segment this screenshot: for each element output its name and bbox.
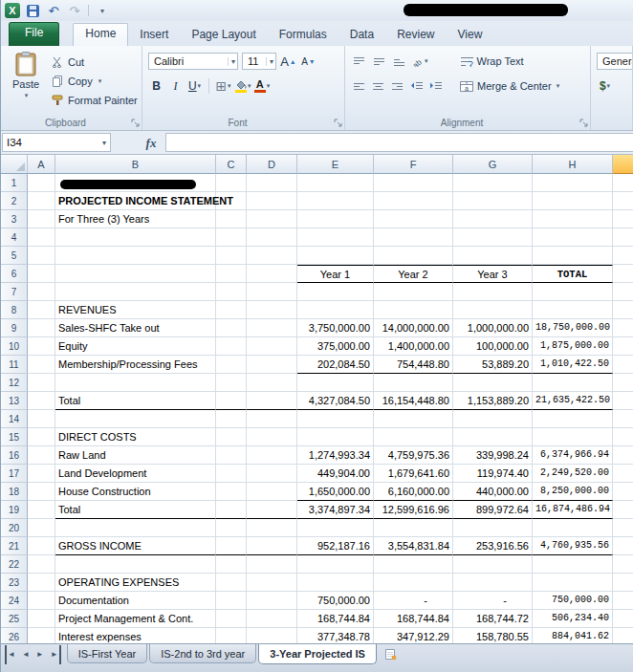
cell-F14[interactable] xyxy=(374,410,453,428)
accounting-format-button[interactable]: $▾ xyxy=(597,77,613,95)
cell-F17[interactable]: 1,679,641.60 xyxy=(374,465,453,483)
cell-G12[interactable] xyxy=(453,374,533,392)
cell-E10[interactable]: 375,000.00 xyxy=(297,337,374,356)
cell-G9[interactable]: 1,000,000.00 xyxy=(453,319,533,337)
cell-C9[interactable] xyxy=(216,319,247,337)
cell-I5[interactable] xyxy=(613,247,633,265)
cell-G1[interactable] xyxy=(453,174,533,192)
cell-D9[interactable] xyxy=(247,319,297,337)
row-header-21[interactable]: 21 xyxy=(1,537,28,555)
cell-C17[interactable] xyxy=(216,465,247,483)
row-header-20[interactable]: 20 xyxy=(1,519,28,537)
cell-D25[interactable] xyxy=(247,610,297,628)
cell-G10[interactable]: 100,000.00 xyxy=(453,337,533,356)
cell-I2[interactable] xyxy=(613,192,633,210)
cell-E3[interactable] xyxy=(297,210,374,228)
cell-G25[interactable]: 168,744.72 xyxy=(453,610,533,628)
cell-A15[interactable] xyxy=(28,428,55,446)
cell-F24[interactable]: - xyxy=(374,592,453,610)
cell-C21[interactable] xyxy=(216,537,247,555)
cell-F4[interactable] xyxy=(374,228,453,247)
cell-F22[interactable] xyxy=(374,555,453,574)
cell-D18[interactable] xyxy=(247,483,297,501)
row-header-2[interactable]: 2 xyxy=(1,192,28,210)
save-button[interactable] xyxy=(25,3,40,18)
row-header-7[interactable]: 7 xyxy=(1,283,28,301)
cell-B13[interactable]: Total xyxy=(55,392,216,410)
cell-D15[interactable] xyxy=(247,428,297,446)
cell-E11[interactable]: 202,084.50 xyxy=(297,356,374,374)
cell-E7[interactable] xyxy=(297,283,374,301)
cell-A10[interactable] xyxy=(28,337,55,356)
cell-C1[interactable] xyxy=(216,174,247,192)
cell-G17[interactable]: 119,974.40 xyxy=(453,465,533,483)
cell-H22[interactable] xyxy=(533,555,613,574)
cell-E18[interactable]: 1,650,000.00 xyxy=(297,483,374,501)
cell-D3[interactable] xyxy=(247,210,297,228)
row-header-1[interactable]: 1 xyxy=(1,174,28,192)
cell-D6[interactable] xyxy=(247,265,297,283)
cell-B11[interactable]: Membership/Processing Fees xyxy=(55,356,216,374)
cell-H24[interactable]: 750,000.00 xyxy=(533,592,613,610)
borders-button[interactable]: ⊞▾ xyxy=(215,77,231,95)
cell-F10[interactable]: 1,400,000.00 xyxy=(374,337,453,356)
cell-E5[interactable] xyxy=(297,247,374,265)
cell-E25[interactable]: 168,744.84 xyxy=(297,610,374,628)
fill-color-dropdown-arrow[interactable]: ▾ xyxy=(248,82,251,90)
cell-B26[interactable]: Interest expenses xyxy=(55,628,216,643)
font-color-dropdown-arrow[interactable]: ▾ xyxy=(267,82,271,90)
row-header-5[interactable]: 5 xyxy=(1,247,28,265)
cell-E12[interactable] xyxy=(297,374,374,392)
cell-A26[interactable] xyxy=(28,628,55,643)
cell-D5[interactable] xyxy=(247,247,297,265)
cell-B24[interactable]: Documentation xyxy=(55,592,216,610)
cell-A13[interactable] xyxy=(28,392,55,410)
row-header-16[interactable]: 16 xyxy=(1,446,28,465)
cell-A18[interactable] xyxy=(28,483,55,501)
cell-F1[interactable] xyxy=(374,174,453,192)
cell-H15[interactable] xyxy=(533,428,613,446)
cell-A3[interactable] xyxy=(28,210,55,228)
merge-center-dropdown-arrow[interactable]: ▾ xyxy=(557,82,560,90)
column-header-G[interactable]: G xyxy=(453,155,533,174)
sheet-tab-is-2nd-to-3rd-year[interactable]: IS-2nd to 3rd year xyxy=(149,644,256,663)
align-left-button[interactable] xyxy=(351,77,367,95)
cell-A16[interactable] xyxy=(28,446,55,465)
tab-insert[interactable]: Insert xyxy=(128,24,180,46)
cell-I23[interactable] xyxy=(613,574,633,592)
cell-F2[interactable] xyxy=(374,192,453,210)
cell-C25[interactable] xyxy=(216,610,247,628)
cell-I8[interactable] xyxy=(613,301,633,319)
cell-D4[interactable] xyxy=(247,228,297,247)
cell-D8[interactable] xyxy=(247,301,297,319)
cell-I12[interactable] xyxy=(613,374,633,392)
cell-C10[interactable] xyxy=(216,337,247,356)
cell-G7[interactable] xyxy=(453,283,533,301)
cell-I4[interactable] xyxy=(613,228,633,247)
cell-I6[interactable] xyxy=(613,265,633,283)
row-header-9[interactable]: 9 xyxy=(1,319,28,337)
cell-A6[interactable] xyxy=(28,265,55,283)
row-header-23[interactable]: 23 xyxy=(1,574,28,592)
row-header-11[interactable]: 11 xyxy=(1,356,28,374)
cell-I1[interactable] xyxy=(613,174,633,192)
cell-I22[interactable] xyxy=(613,555,633,574)
cell-H18[interactable]: 8,250,000.00 xyxy=(533,483,613,501)
cell-B22[interactable] xyxy=(55,555,216,574)
cell-H7[interactable] xyxy=(533,283,613,301)
cell-E17[interactable]: 449,904.00 xyxy=(297,465,374,483)
grow-font-button[interactable]: A▲ xyxy=(280,53,296,70)
name-box[interactable]: I34 ▾ xyxy=(2,133,111,152)
last-sheet-button[interactable]: ► xyxy=(51,645,61,664)
cell-G16[interactable]: 339,998.24 xyxy=(453,446,533,465)
font-name-combo[interactable]: Calibri ▾ xyxy=(148,53,238,70)
column-header-C[interactable]: C xyxy=(216,155,247,174)
cell-G13[interactable]: 1,153,889.20 xyxy=(453,392,533,410)
cell-A1[interactable] xyxy=(28,174,55,192)
cell-C15[interactable] xyxy=(216,428,247,446)
cell-E16[interactable]: 1,274,993.34 xyxy=(297,446,374,465)
align-center-button[interactable] xyxy=(370,77,386,95)
merge-center-button[interactable]: a Merge & Center ▾ xyxy=(460,80,559,92)
cell-C22[interactable] xyxy=(216,555,247,574)
cell-C13[interactable] xyxy=(216,392,247,410)
